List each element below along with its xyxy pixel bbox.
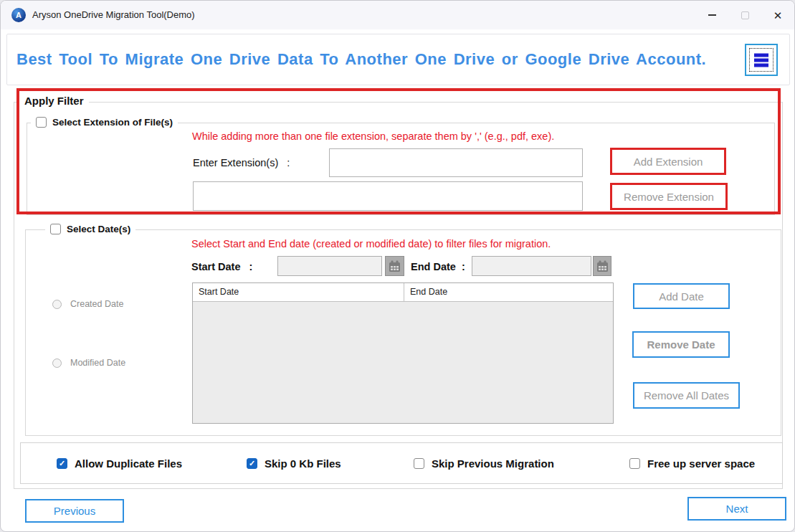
skip-0kb-files-checkbox[interactable] — [247, 458, 257, 469]
modified-date-radio[interactable]: Modified Date — [52, 358, 125, 368]
start-date-column-header: Start Date — [193, 283, 404, 301]
allow-duplicate-files-label: Allow Duplicate Files — [75, 457, 182, 470]
free-up-server-space-label: Free up server space — [647, 457, 755, 470]
titlebar: A Aryson OneDrive Migration Tool(Demo) ✕ — [1, 1, 794, 29]
end-date-calendar-button[interactable] — [593, 256, 611, 276]
extension-list-field[interactable] — [193, 181, 583, 211]
allow-duplicate-files-checkbox[interactable] — [57, 458, 67, 469]
next-button[interactable]: Next — [687, 497, 786, 521]
extension-input[interactable] — [329, 148, 583, 177]
enter-extension-label: Enter Extension(s) : — [193, 157, 290, 168]
created-date-radio[interactable]: Created Date — [52, 299, 123, 309]
radio-icon — [52, 358, 62, 368]
dates-table-header: Start Date End Date — [193, 283, 613, 302]
window-controls: ✕ — [695, 1, 794, 29]
maximize-button[interactable] — [728, 1, 761, 29]
dates-hint: Select Start and End date (created or mo… — [191, 238, 551, 250]
minimize-button[interactable] — [695, 1, 728, 29]
add-date-button[interactable]: Add Date — [633, 283, 730, 309]
calendar-icon — [596, 260, 609, 272]
end-date-column-header: End Date — [404, 283, 447, 301]
minimize-icon — [708, 14, 716, 16]
modified-date-label: Modified Date — [70, 358, 125, 368]
free-up-server-space-option[interactable]: Free up server space — [629, 457, 755, 470]
select-extension-checkbox[interactable] — [36, 117, 47, 128]
extension-legend: Select Extension of File(s) — [31, 117, 178, 128]
skip-0kb-files-option[interactable]: Skip 0 Kb Files — [247, 457, 341, 470]
window-title: Aryson OneDrive Migration Tool(Demo) — [32, 9, 195, 20]
start-date-input[interactable] — [277, 256, 382, 276]
app-window: A Aryson OneDrive Migration Tool(Demo) ✕… — [0, 0, 795, 532]
page-title: Best Tool To Migrate One Drive Data To A… — [16, 50, 706, 69]
add-extension-button[interactable]: Add Extension — [610, 148, 726, 175]
close-icon: ✕ — [773, 10, 783, 21]
free-up-server-space-checkbox[interactable] — [629, 458, 640, 469]
skip-previous-migration-label: Skip Previous Migration — [432, 457, 554, 470]
created-date-label: Created Date — [70, 299, 123, 309]
end-date-label: End Date : — [411, 261, 465, 272]
maximize-icon — [741, 11, 749, 19]
app-logo-icon: A — [11, 8, 26, 22]
skip-previous-migration-option[interactable]: Skip Previous Migration — [414, 457, 554, 470]
start-date-label: Start Date : — [191, 261, 252, 272]
calendar-icon — [389, 260, 401, 272]
header-banner: Best Tool To Migrate One Drive Data To A… — [6, 34, 790, 85]
dates-legend: Select Date(s) — [45, 224, 135, 234]
remove-all-dates-button[interactable]: Remove All Dates — [633, 382, 740, 409]
hamburger-icon — [754, 52, 768, 68]
start-date-calendar-button[interactable] — [385, 256, 404, 276]
allow-duplicate-files-option[interactable]: Allow Duplicate Files — [57, 457, 182, 470]
menu-button[interactable] — [745, 44, 778, 76]
radio-icon — [52, 300, 62, 309]
extension-hint: While adding more than one file extensio… — [192, 130, 554, 142]
remove-extension-button[interactable]: Remove Extension — [610, 183, 728, 210]
dates-table: Start Date End Date — [192, 282, 614, 424]
skip-0kb-files-label: Skip 0 Kb Files — [265, 457, 341, 470]
select-dates-label: Select Date(s) — [67, 224, 130, 234]
previous-button[interactable]: Previous — [25, 499, 124, 523]
close-button[interactable]: ✕ — [761, 1, 794, 29]
skip-previous-migration-checkbox[interactable] — [414, 458, 424, 469]
remove-date-button[interactable]: Remove Date — [632, 331, 730, 358]
end-date-input[interactable] — [472, 256, 591, 276]
apply-filter-title: Apply Filter — [19, 95, 89, 107]
select-dates-checkbox[interactable] — [50, 224, 61, 234]
select-extension-label: Select Extension of File(s) — [52, 117, 173, 128]
